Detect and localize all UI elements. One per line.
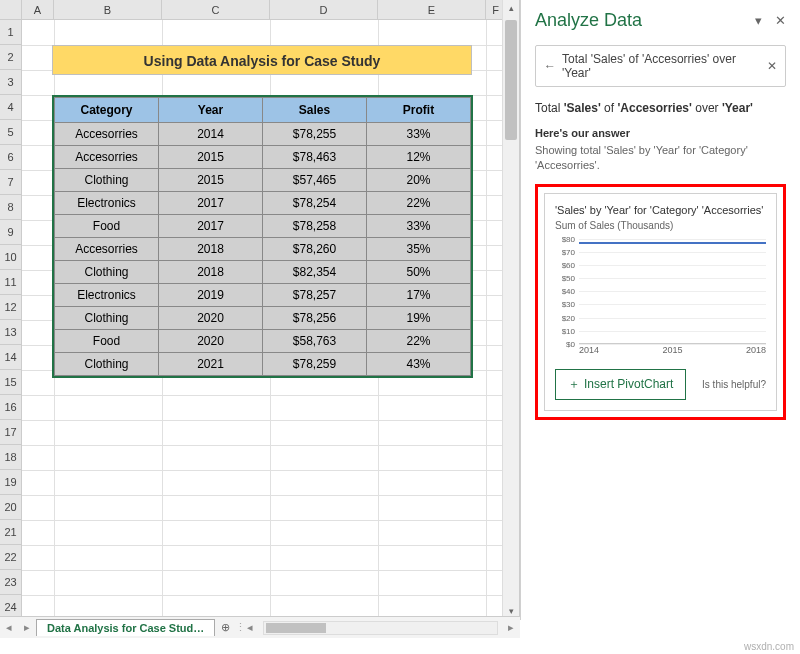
table-row[interactable]: Food2020$58,76322%	[55, 330, 471, 353]
row-header-14[interactable]: 14	[0, 345, 22, 370]
table-header[interactable]: Category	[55, 98, 159, 123]
row-header-18[interactable]: 18	[0, 445, 22, 470]
chart-line	[579, 242, 766, 244]
select-all-corner[interactable]	[0, 0, 22, 19]
card-subtitle: Sum of Sales (Thousands)	[555, 220, 766, 231]
column-headers: A B C D E F	[0, 0, 519, 20]
card-title: 'Sales' by 'Year' for 'Category' 'Acceso…	[555, 204, 766, 216]
row-header-23[interactable]: 23	[0, 570, 22, 595]
query-text: Total 'Sales' of 'Accesorries' over 'Yea…	[562, 52, 761, 80]
query-box[interactable]: ← Total 'Sales' of 'Accesorries' over 'Y…	[535, 45, 786, 87]
scroll-up-icon[interactable]: ▴	[503, 0, 519, 17]
table-row[interactable]: Accesorries2015$78,46312%	[55, 146, 471, 169]
table-row[interactable]: Accesorries2018$78,26035%	[55, 238, 471, 261]
hscroll-left-icon[interactable]: ◂	[241, 621, 259, 634]
row-header-10[interactable]: 10	[0, 245, 22, 270]
table-row[interactable]: Clothing2015$57,46520%	[55, 169, 471, 192]
row-header-20[interactable]: 20	[0, 495, 22, 520]
clear-icon[interactable]: ✕	[767, 59, 777, 73]
table-header[interactable]: Sales	[263, 98, 367, 123]
row-header-9[interactable]: 9	[0, 220, 22, 245]
answer-header: Here's our answer	[535, 127, 786, 139]
insight-card[interactable]: 'Sales' by 'Year' for 'Category' 'Acceso…	[544, 193, 777, 411]
row-header-15[interactable]: 15	[0, 370, 22, 395]
table-row[interactable]: Clothing2021$78,25943%	[55, 353, 471, 376]
row-header-5[interactable]: 5	[0, 120, 22, 145]
plus-icon: ＋	[568, 376, 580, 393]
table-row[interactable]: Electronics2019$78,25717%	[55, 284, 471, 307]
analyze-data-pane: Analyze Data ▾ ✕ ← Total 'Sales' of 'Acc…	[520, 0, 800, 620]
table-row[interactable]: Clothing2020$78,25619%	[55, 307, 471, 330]
grid[interactable]: Using Data Analysis for Case Study Categ…	[22, 20, 519, 620]
sheet-title[interactable]: Using Data Analysis for Case Study	[52, 45, 472, 75]
row-header-3[interactable]: 3	[0, 70, 22, 95]
row-header-17[interactable]: 17	[0, 420, 22, 445]
horizontal-scrollbar[interactable]	[263, 621, 498, 635]
row-header-12[interactable]: 12	[0, 295, 22, 320]
tab-next-icon[interactable]: ▸	[18, 621, 36, 634]
vertical-scrollbar[interactable]: ▴ ▾	[502, 0, 519, 620]
row-header-22[interactable]: 22	[0, 545, 22, 570]
scroll-thumb[interactable]	[505, 20, 517, 140]
data-table[interactable]: CategoryYearSalesProfitAccesorries2014$7…	[52, 95, 473, 378]
row-headers: 123456789101112131415161718192021222324	[0, 20, 22, 620]
table-row[interactable]: Accesorries2014$78,25533%	[55, 123, 471, 146]
table-header[interactable]: Year	[159, 98, 263, 123]
row-header-21[interactable]: 21	[0, 520, 22, 545]
row-header-8[interactable]: 8	[0, 195, 22, 220]
row-header-11[interactable]: 11	[0, 270, 22, 295]
spreadsheet-area: A B C D E F 1234567891011121314151617181…	[0, 0, 520, 620]
col-header-C[interactable]: C	[162, 0, 270, 19]
chart: $80$70$60$50$40$30$20$10$0 201420152018	[555, 239, 766, 359]
new-sheet-icon[interactable]: ⊕	[215, 621, 235, 634]
col-header-E[interactable]: E	[378, 0, 486, 19]
row-header-7[interactable]: 7	[0, 170, 22, 195]
insert-pivotchart-button[interactable]: ＋Insert PivotChart	[555, 369, 686, 400]
table-header[interactable]: Profit	[367, 98, 471, 123]
row-header-6[interactable]: 6	[0, 145, 22, 170]
tab-prev-icon[interactable]: ◂	[0, 621, 18, 634]
table-row[interactable]: Electronics2017$78,25422%	[55, 192, 471, 215]
pane-options-icon[interactable]: ▾	[755, 13, 762, 28]
row-header-1[interactable]: 1	[0, 20, 22, 45]
close-icon[interactable]: ✕	[775, 13, 786, 28]
table-row[interactable]: Clothing2018$82,35450%	[55, 261, 471, 284]
pane-title: Analyze Data	[535, 10, 642, 31]
table-row[interactable]: Food2017$78,25833%	[55, 215, 471, 238]
helpful-link[interactable]: Is this helpful?	[702, 379, 766, 390]
col-header-D[interactable]: D	[270, 0, 378, 19]
col-header-A[interactable]: A	[22, 0, 54, 19]
row-header-19[interactable]: 19	[0, 470, 22, 495]
hscroll-right-icon[interactable]: ▸	[502, 621, 520, 634]
answer-label: Total 'Sales' of 'Accesorries' over 'Yea…	[535, 101, 786, 115]
sheet-tabs: ◂ ▸ Data Analysis for Case Stud… ⊕ ⋮ ◂ ▸	[0, 616, 520, 638]
row-header-16[interactable]: 16	[0, 395, 22, 420]
sheet-tab[interactable]: Data Analysis for Case Stud…	[36, 619, 215, 636]
row-header-4[interactable]: 4	[0, 95, 22, 120]
row-header-2[interactable]: 2	[0, 45, 22, 70]
row-header-13[interactable]: 13	[0, 320, 22, 345]
back-icon[interactable]: ←	[544, 59, 556, 73]
highlight-box: 'Sales' by 'Year' for 'Category' 'Acceso…	[535, 184, 786, 420]
watermark: wsxdn.com	[744, 641, 794, 652]
answer-subtext: Showing total 'Sales' by 'Year' for 'Cat…	[535, 143, 786, 174]
col-header-B[interactable]: B	[54, 0, 162, 19]
